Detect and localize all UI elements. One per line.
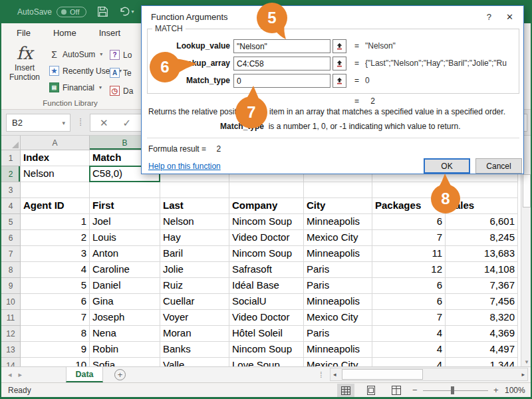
cell-G7[interactable]: 13,683 [446, 246, 518, 262]
cell-F13[interactable]: 4 [372, 342, 446, 358]
cell-C12[interactable]: Moran [160, 326, 229, 342]
cell-F11[interactable]: 7 [372, 310, 446, 326]
cell-B6[interactable]: Louis [90, 230, 160, 246]
cell-C9[interactable]: Ruiz [160, 278, 229, 294]
cell-A2[interactable]: Nelson [21, 166, 90, 182]
cell-D12[interactable]: Hôtel Soleil [229, 326, 304, 342]
text-button[interactable]: A Te [110, 64, 133, 82]
cell-C4[interactable]: Last [160, 198, 229, 214]
autosave-pill[interactable]: Off [57, 7, 86, 17]
normal-view-button[interactable] [337, 384, 354, 397]
horizontal-scrollbar[interactable]: ◂ ▸ [330, 368, 528, 381]
cell-G8[interactable]: 14,108 [446, 262, 518, 278]
sheet-nav-arrows-icon[interactable]: ◂▸ [8, 370, 29, 379]
cell-B4[interactable]: First [90, 198, 160, 214]
cell-G14[interactable]: 1,344 [446, 358, 518, 366]
cell-B3[interactable] [90, 182, 160, 198]
cell-G10[interactable]: 7,456 [446, 294, 518, 310]
cell-F6[interactable]: 7 [372, 230, 446, 246]
enter-entry-icon[interactable]: ✓ [123, 117, 132, 129]
date-time-button[interactable]: ◷ Da [110, 82, 133, 100]
cell-F14[interactable]: 4 [372, 358, 446, 366]
cell-E12[interactable]: Paris [304, 326, 372, 342]
collapse-dialog-icon[interactable] [332, 57, 346, 70]
tab-insert[interactable]: Insert [88, 28, 132, 38]
row-header-12[interactable]: 12 [1, 326, 21, 342]
row-header-2[interactable]: 2 [1, 166, 21, 182]
logical-button[interactable]: ? Lo [110, 46, 133, 64]
row-header-14[interactable]: 14 [1, 358, 21, 366]
column-header-A[interactable]: A [21, 136, 90, 150]
cell-C5[interactable]: Nelson [160, 214, 229, 230]
cell-E8[interactable]: Paris [304, 262, 372, 278]
ok-button[interactable]: OK [424, 158, 470, 174]
autosave-toggle[interactable]: AutoSave Off [17, 7, 86, 17]
cell-D9[interactable]: Idéal Base [229, 278, 304, 294]
cell-E10[interactable]: Minneapolis [304, 294, 372, 310]
cell-G9[interactable]: 7,367 [446, 278, 518, 294]
cell-D3[interactable] [229, 182, 304, 198]
zoom-in-button[interactable]: + [493, 385, 499, 395]
row-header-7[interactable]: 7 [1, 246, 21, 262]
cell-G6[interactable]: 8,245 [446, 230, 518, 246]
cell-E5[interactable]: Minneapolis [304, 214, 372, 230]
row-header-10[interactable]: 10 [1, 294, 21, 310]
row-header-3[interactable]: 3 [1, 182, 21, 198]
scroll-right-icon[interactable]: ▸ [521, 371, 525, 378]
cell-F10[interactable]: 6 [372, 294, 446, 310]
cell-G11[interactable]: 8,320 [446, 310, 518, 326]
drag-handle-icon[interactable]: ⁞ [79, 116, 82, 128]
drag-handle-icon[interactable]: ⁞ [320, 370, 323, 380]
zoom-slider-thumb[interactable] [451, 386, 454, 394]
cell-A5[interactable]: 1 [21, 214, 90, 230]
cell-B5[interactable]: Joel [90, 214, 160, 230]
close-icon[interactable]: ✕ [506, 12, 513, 22]
cell-B9[interactable]: Daniel [90, 278, 160, 294]
new-sheet-button[interactable]: + [114, 369, 126, 380]
zoom-out-button[interactable]: − [412, 385, 418, 395]
insert-function-button[interactable]: fx Insert Function [4, 43, 45, 82]
sheet-tab-data[interactable]: Data [66, 367, 103, 382]
row-header-13[interactable]: 13 [1, 342, 21, 358]
cell-C11[interactable]: Voyer [160, 310, 229, 326]
cell-F9[interactable]: 6 [372, 278, 446, 294]
cell-E11[interactable]: Mexico City [304, 310, 372, 326]
cell-D13[interactable]: Nincom Soup [229, 342, 304, 358]
cell-B8[interactable]: Caroline [90, 262, 160, 278]
scroll-left-icon[interactable]: ◂ [333, 371, 336, 378]
cell-A14[interactable]: 10 [21, 358, 90, 366]
cell-A8[interactable]: 4 [21, 262, 90, 278]
cell-A11[interactable]: 7 [21, 310, 90, 326]
dialog-help-icon[interactable]: ? [487, 12, 491, 22]
chevron-down-icon[interactable]: ▾ [62, 120, 70, 126]
undo-icon[interactable]: ▾ [119, 6, 134, 17]
zoom-slider-track[interactable] [423, 390, 488, 391]
name-box[interactable]: B2 ▾ [6, 114, 70, 132]
row-header-5[interactable]: 5 [1, 214, 21, 230]
lookup-array-input[interactable] [233, 57, 331, 70]
row-header-8[interactable]: 8 [1, 262, 21, 278]
cell-A4[interactable]: Agent ID [21, 198, 90, 214]
row-header-11[interactable]: 11 [1, 310, 21, 326]
cell-E13[interactable]: Minneapolis [304, 342, 372, 358]
cell-E9[interactable]: Paris [304, 278, 372, 294]
cell-D4[interactable]: Company [229, 198, 304, 214]
collapse-dialog-icon[interactable] [332, 74, 346, 88]
tab-file[interactable]: File [5, 28, 42, 38]
cell-C6[interactable]: Hay [160, 230, 229, 246]
row-header-9[interactable]: 9 [1, 278, 21, 294]
cell-A13[interactable]: 9 [21, 342, 90, 358]
row-header-1[interactable]: 1 [1, 150, 21, 166]
cell-A12[interactable]: 8 [21, 326, 90, 342]
cell-E6[interactable]: Mexico City [304, 230, 372, 246]
cell-C14[interactable]: Valle [160, 358, 229, 366]
cell-E7[interactable]: Minneapolis [304, 246, 372, 262]
cell-B13[interactable]: Robin [90, 342, 160, 358]
cell-B10[interactable]: Gina [90, 294, 160, 310]
cell-D5[interactable]: Nincom Soup [229, 214, 304, 230]
cell-F7[interactable]: 11 [372, 246, 446, 262]
cell-A3[interactable] [21, 182, 90, 198]
cell-A6[interactable]: 2 [21, 230, 90, 246]
cell-C13[interactable]: Banks [160, 342, 229, 358]
cell-E14[interactable]: Mexico City [304, 358, 372, 366]
